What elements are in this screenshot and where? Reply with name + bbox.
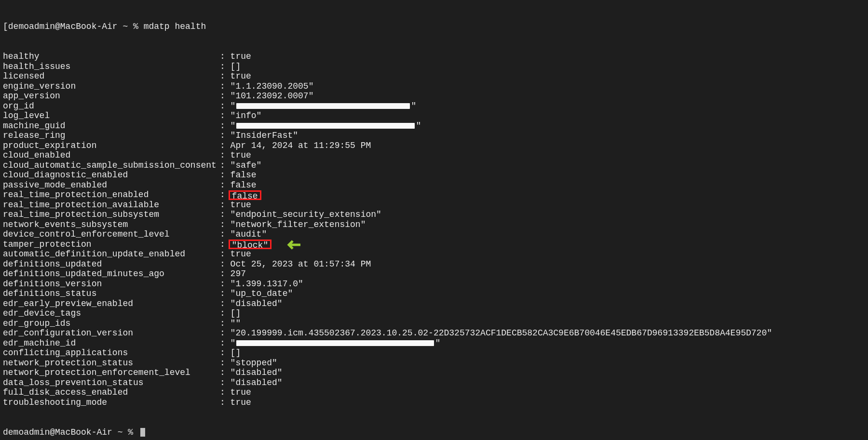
redaction-bar-icon xyxy=(236,123,415,129)
output-key: org_id xyxy=(3,101,220,111)
output-key: app_version xyxy=(3,91,220,101)
output-value: false xyxy=(232,191,258,201)
output-separator: : xyxy=(220,210,231,220)
output-row: real_time_protection_subsystem: "endpoin… xyxy=(3,210,865,220)
output-key: cloud_diagnostic_enabled xyxy=(3,170,220,180)
output-value: [] xyxy=(231,308,241,319)
output-value: 297 xyxy=(231,269,246,279)
output-key: real_time_protection_available xyxy=(3,200,220,210)
output-row: edr_device_tags: [] xyxy=(3,308,865,319)
output-row: definitions_status: "up_to_date" xyxy=(3,289,865,299)
output-separator: : xyxy=(220,71,231,81)
output-separator: : xyxy=(220,81,231,92)
output-separator: : xyxy=(220,121,231,131)
output-separator: : xyxy=(220,180,231,190)
output-key: cloud_enabled xyxy=(3,150,220,160)
output-value: true xyxy=(231,71,251,81)
output-key: passive_mode_enabled xyxy=(3,180,220,190)
output-value-redacted: "" xyxy=(231,338,441,348)
output-separator: : xyxy=(220,150,231,160)
output-separator: : xyxy=(220,62,231,72)
output-separator: : xyxy=(220,101,231,111)
output-row: app_version: "101.23092.0007" xyxy=(3,91,865,101)
output-row: edr_early_preview_enabled: "disabled" xyxy=(3,299,865,309)
output-key: definitions_updated_minutes_ago xyxy=(3,269,220,279)
output-separator: : xyxy=(220,398,231,408)
output-key: release_ring xyxy=(3,131,220,141)
output-row: device_control_enforcement_level: "audit… xyxy=(3,229,865,240)
output-value: "1.399.1317.0" xyxy=(231,279,303,289)
output-row: full_disk_access_enabled: true xyxy=(3,387,865,398)
output-value: false xyxy=(231,180,257,190)
output-key: licensed xyxy=(3,71,220,81)
output-key: edr_device_tags xyxy=(3,308,220,319)
output-separator: : xyxy=(220,308,231,319)
output-key: network_events_subsystem xyxy=(3,220,220,230)
output-key: real_time_protection_enabled xyxy=(3,190,220,200)
redaction-bar-icon xyxy=(236,103,410,109)
cursor-block-icon xyxy=(140,428,145,437)
output-separator: : xyxy=(220,111,231,121)
highlight-box: false xyxy=(229,190,261,200)
output-row: product_expiration: Apr 14, 2024 at 11:2… xyxy=(3,141,865,151)
output-row: cloud_enabled: true xyxy=(3,150,865,160)
output-value: true xyxy=(231,398,251,408)
output-row: healthy: true xyxy=(3,52,865,62)
output-value: "disabled" xyxy=(231,378,283,388)
command-text: mdatp health xyxy=(144,22,206,32)
output-row: definitions_version: "1.399.1317.0" xyxy=(3,279,865,289)
output-row: data_loss_prevention_status: "disabled" xyxy=(3,378,865,388)
output-value: "up_to_date" xyxy=(231,289,293,299)
output-value: [] xyxy=(231,348,241,358)
output-separator: : xyxy=(220,358,231,368)
output-key: cloud_automatic_sample_submission_consen… xyxy=(3,160,220,171)
output-value: false xyxy=(231,170,257,180)
output-row: definitions_updated: Oct 25, 2023 at 01:… xyxy=(3,259,865,269)
command-line: [demoadmin@MacBook-Air ~ % mdatp health xyxy=(3,22,865,32)
quote: " xyxy=(416,121,421,131)
output-row: machine_guid: "" xyxy=(3,121,865,131)
quote: " xyxy=(231,338,236,348)
terminal-window[interactable]: [demoadmin@MacBook-Air ~ % mdatp health … xyxy=(0,0,868,440)
output-key: health_issues xyxy=(3,62,220,72)
output-row: real_time_protection_enabled: false xyxy=(3,190,865,200)
output-key: edr_early_preview_enabled xyxy=(3,299,220,309)
output-row: log_level: "info" xyxy=(3,111,865,121)
output-key: engine_version xyxy=(3,81,220,92)
output-separator: : xyxy=(220,368,231,378)
output-value: "stopped" xyxy=(231,358,277,368)
output-separator: : xyxy=(220,249,231,259)
output-row: troubleshooting_mode: true xyxy=(3,398,865,408)
output-separator: : xyxy=(220,160,231,171)
output-value: "disabled" xyxy=(231,299,283,309)
output-separator: : xyxy=(220,141,231,151)
output-value: "network_filter_extension" xyxy=(231,220,366,230)
output-value: "" xyxy=(231,319,241,329)
output-value: "disabled" xyxy=(231,368,283,378)
output-key: definitions_version xyxy=(3,279,220,289)
output-key: machine_guid xyxy=(3,121,220,131)
output-row: edr_configuration_version: "20.199999.ic… xyxy=(3,328,865,338)
output-value: "endpoint_security_extension" xyxy=(231,210,381,220)
output-value: true xyxy=(231,150,251,160)
output-separator: : xyxy=(220,279,231,289)
output-key: edr_configuration_version xyxy=(3,328,220,338)
output-row: health_issues: [] xyxy=(3,62,865,72)
output-separator: : xyxy=(220,91,231,101)
output-separator: : xyxy=(220,170,231,180)
output-value: true xyxy=(231,52,251,62)
output-key: network_protection_status xyxy=(3,358,220,368)
prompt-line[interactable]: demoadmin@MacBook-Air ~ % xyxy=(3,427,865,438)
output-key: full_disk_access_enabled xyxy=(3,387,220,398)
output-row: cloud_automatic_sample_submission_consen… xyxy=(3,160,865,171)
output-separator: : xyxy=(220,378,231,388)
output-separator: : xyxy=(220,328,231,338)
output-key: healthy xyxy=(3,52,220,62)
shell-prompt: [demoadmin@MacBook-Air ~ % xyxy=(3,22,144,32)
output-value: "info" xyxy=(231,111,262,121)
output-row: definitions_updated_minutes_ago: 297 xyxy=(3,269,865,279)
output-separator: : xyxy=(220,289,231,299)
output-key: automatic_definition_update_enabled xyxy=(3,249,220,259)
output-separator: : xyxy=(220,338,231,348)
output-row: edr_group_ids: "" xyxy=(3,319,865,329)
